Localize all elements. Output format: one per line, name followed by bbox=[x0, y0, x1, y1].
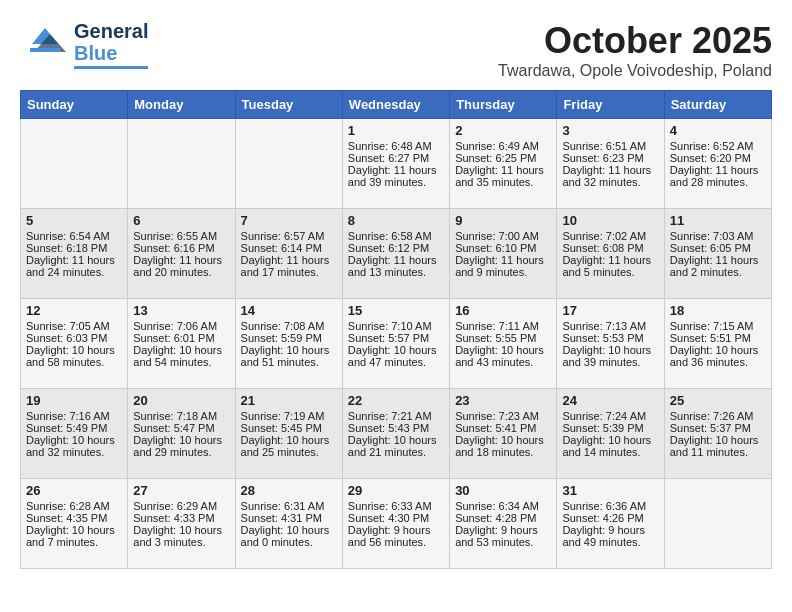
daylight-text: Daylight: 10 hours bbox=[133, 434, 229, 446]
daylight-text: and 58 minutes. bbox=[26, 356, 122, 368]
daylight-text: and 47 minutes. bbox=[348, 356, 444, 368]
day-number: 1 bbox=[348, 123, 444, 138]
day-number: 20 bbox=[133, 393, 229, 408]
daylight-text: Daylight: 10 hours bbox=[348, 434, 444, 446]
calendar-subtitle: Twardawa, Opole Voivodeship, Poland bbox=[498, 62, 772, 80]
sunrise-text: Sunrise: 7:21 AM bbox=[348, 410, 444, 422]
daylight-text: Daylight: 10 hours bbox=[133, 524, 229, 536]
daylight-text: and 11 minutes. bbox=[670, 446, 766, 458]
logo-icon bbox=[20, 24, 70, 66]
calendar-week-2: 5Sunrise: 6:54 AMSunset: 6:18 PMDaylight… bbox=[21, 209, 772, 299]
daylight-text: Daylight: 10 hours bbox=[26, 434, 122, 446]
daylight-text: and 13 minutes. bbox=[348, 266, 444, 278]
daylight-text: Daylight: 11 hours bbox=[348, 254, 444, 266]
daylight-text: and 32 minutes. bbox=[26, 446, 122, 458]
calendar-cell: 28Sunrise: 6:31 AMSunset: 4:31 PMDayligh… bbox=[235, 479, 342, 569]
sunset-text: Sunset: 6:25 PM bbox=[455, 152, 551, 164]
sunset-text: Sunset: 5:37 PM bbox=[670, 422, 766, 434]
sunset-text: Sunset: 4:26 PM bbox=[562, 512, 658, 524]
calendar-cell: 6Sunrise: 6:55 AMSunset: 6:16 PMDaylight… bbox=[128, 209, 235, 299]
daylight-text: Daylight: 11 hours bbox=[562, 164, 658, 176]
sunset-text: Sunset: 6:01 PM bbox=[133, 332, 229, 344]
calendar-cell: 14Sunrise: 7:08 AMSunset: 5:59 PMDayligh… bbox=[235, 299, 342, 389]
daylight-text: Daylight: 10 hours bbox=[562, 434, 658, 446]
calendar-cell: 5Sunrise: 6:54 AMSunset: 6:18 PMDaylight… bbox=[21, 209, 128, 299]
daylight-text: and 51 minutes. bbox=[241, 356, 337, 368]
day-number: 15 bbox=[348, 303, 444, 318]
calendar-cell: 12Sunrise: 7:05 AMSunset: 6:03 PMDayligh… bbox=[21, 299, 128, 389]
calendar-cell bbox=[235, 119, 342, 209]
daylight-text: Daylight: 10 hours bbox=[562, 344, 658, 356]
day-number: 19 bbox=[26, 393, 122, 408]
sunset-text: Sunset: 4:30 PM bbox=[348, 512, 444, 524]
sunset-text: Sunset: 6:18 PM bbox=[26, 242, 122, 254]
calendar-week-5: 26Sunrise: 6:28 AMSunset: 4:35 PMDayligh… bbox=[21, 479, 772, 569]
day-number: 10 bbox=[562, 213, 658, 228]
day-number: 7 bbox=[241, 213, 337, 228]
day-number: 26 bbox=[26, 483, 122, 498]
daylight-text: Daylight: 10 hours bbox=[26, 524, 122, 536]
day-number: 29 bbox=[348, 483, 444, 498]
sunrise-text: Sunrise: 7:06 AM bbox=[133, 320, 229, 332]
calendar-cell: 10Sunrise: 7:02 AMSunset: 6:08 PMDayligh… bbox=[557, 209, 664, 299]
sunrise-text: Sunrise: 7:26 AM bbox=[670, 410, 766, 422]
daylight-text: and 53 minutes. bbox=[455, 536, 551, 548]
calendar-cell: 13Sunrise: 7:06 AMSunset: 6:01 PMDayligh… bbox=[128, 299, 235, 389]
daylight-text: and 39 minutes. bbox=[348, 176, 444, 188]
calendar-cell bbox=[21, 119, 128, 209]
sunrise-text: Sunrise: 6:52 AM bbox=[670, 140, 766, 152]
daylight-text: Daylight: 9 hours bbox=[455, 524, 551, 536]
calendar-cell: 30Sunrise: 6:34 AMSunset: 4:28 PMDayligh… bbox=[450, 479, 557, 569]
sunset-text: Sunset: 4:31 PM bbox=[241, 512, 337, 524]
calendar-cell: 19Sunrise: 7:16 AMSunset: 5:49 PMDayligh… bbox=[21, 389, 128, 479]
sunset-text: Sunset: 5:59 PM bbox=[241, 332, 337, 344]
sunset-text: Sunset: 5:55 PM bbox=[455, 332, 551, 344]
sunrise-text: Sunrise: 7:24 AM bbox=[562, 410, 658, 422]
daylight-text: Daylight: 10 hours bbox=[133, 344, 229, 356]
sunrise-text: Sunrise: 6:51 AM bbox=[562, 140, 658, 152]
page-header: General Blue October 2025 Twardawa, Opol… bbox=[20, 20, 772, 80]
sunrise-text: Sunrise: 6:58 AM bbox=[348, 230, 444, 242]
calendar-cell: 21Sunrise: 7:19 AMSunset: 5:45 PMDayligh… bbox=[235, 389, 342, 479]
sunset-text: Sunset: 6:16 PM bbox=[133, 242, 229, 254]
weekday-header-thursday: Thursday bbox=[450, 91, 557, 119]
daylight-text: Daylight: 11 hours bbox=[455, 164, 551, 176]
sunset-text: Sunset: 4:28 PM bbox=[455, 512, 551, 524]
daylight-text: Daylight: 11 hours bbox=[562, 254, 658, 266]
sunrise-text: Sunrise: 7:00 AM bbox=[455, 230, 551, 242]
daylight-text: and 18 minutes. bbox=[455, 446, 551, 458]
daylight-text: Daylight: 11 hours bbox=[455, 254, 551, 266]
day-number: 4 bbox=[670, 123, 766, 138]
sunset-text: Sunset: 6:12 PM bbox=[348, 242, 444, 254]
sunset-text: Sunset: 6:08 PM bbox=[562, 242, 658, 254]
sunrise-text: Sunrise: 7:11 AM bbox=[455, 320, 551, 332]
daylight-text: Daylight: 10 hours bbox=[670, 434, 766, 446]
daylight-text: and 24 minutes. bbox=[26, 266, 122, 278]
daylight-text: Daylight: 11 hours bbox=[348, 164, 444, 176]
sunset-text: Sunset: 6:05 PM bbox=[670, 242, 766, 254]
day-number: 17 bbox=[562, 303, 658, 318]
day-number: 13 bbox=[133, 303, 229, 318]
day-number: 24 bbox=[562, 393, 658, 408]
sunset-text: Sunset: 5:53 PM bbox=[562, 332, 658, 344]
calendar-cell: 29Sunrise: 6:33 AMSunset: 4:30 PMDayligh… bbox=[342, 479, 449, 569]
sunset-text: Sunset: 5:39 PM bbox=[562, 422, 658, 434]
daylight-text: Daylight: 10 hours bbox=[241, 344, 337, 356]
logo-text: General Blue bbox=[74, 20, 148, 69]
title-block: October 2025 Twardawa, Opole Voivodeship… bbox=[498, 20, 772, 80]
daylight-text: Daylight: 10 hours bbox=[670, 344, 766, 356]
daylight-text: and 28 minutes. bbox=[670, 176, 766, 188]
calendar-cell: 22Sunrise: 7:21 AMSunset: 5:43 PMDayligh… bbox=[342, 389, 449, 479]
calendar-cell: 9Sunrise: 7:00 AMSunset: 6:10 PMDaylight… bbox=[450, 209, 557, 299]
sunrise-text: Sunrise: 7:18 AM bbox=[133, 410, 229, 422]
sunset-text: Sunset: 6:14 PM bbox=[241, 242, 337, 254]
daylight-text: Daylight: 9 hours bbox=[562, 524, 658, 536]
daylight-text: and 5 minutes. bbox=[562, 266, 658, 278]
daylight-text: Daylight: 10 hours bbox=[455, 434, 551, 446]
logo: General Blue bbox=[20, 20, 148, 69]
sunrise-text: Sunrise: 7:13 AM bbox=[562, 320, 658, 332]
weekday-header-saturday: Saturday bbox=[664, 91, 771, 119]
sunset-text: Sunset: 6:10 PM bbox=[455, 242, 551, 254]
sunrise-text: Sunrise: 7:03 AM bbox=[670, 230, 766, 242]
day-number: 22 bbox=[348, 393, 444, 408]
